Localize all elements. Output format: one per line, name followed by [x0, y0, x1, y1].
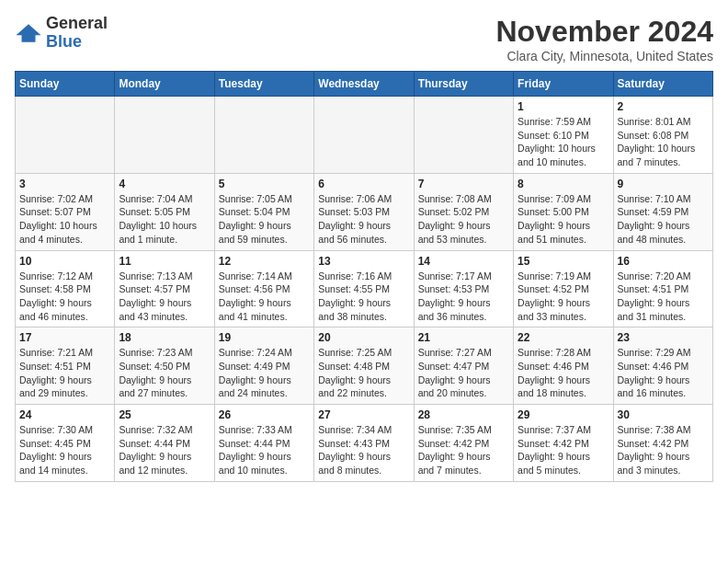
day-info: Sunrise: 7:29 AMSunset: 4:46 PMDaylight:…	[618, 346, 709, 400]
weekday-header-wednesday: Wednesday	[314, 72, 414, 97]
calendar-cell: 12Sunrise: 7:14 AMSunset: 4:56 PMDayligh…	[214, 250, 313, 327]
day-number: 12	[219, 255, 310, 268]
weekday-header-monday: Monday	[115, 72, 214, 97]
day-number: 20	[318, 331, 409, 344]
day-info: Sunrise: 7:37 AMSunset: 4:42 PMDaylight:…	[518, 423, 609, 477]
calendar-cell	[214, 97, 313, 174]
day-number: 13	[318, 255, 409, 268]
calendar-cell: 9Sunrise: 7:10 AMSunset: 4:59 PMDaylight…	[613, 173, 712, 250]
calendar-body: 1Sunrise: 7:59 AMSunset: 6:10 PMDaylight…	[16, 97, 713, 482]
weekday-header-saturday: Saturday	[613, 72, 712, 97]
svg-marker-0	[17, 24, 41, 42]
calendar-cell: 4Sunrise: 7:04 AMSunset: 5:05 PMDaylight…	[115, 173, 214, 250]
weekday-header-thursday: Thursday	[414, 72, 513, 97]
calendar-cell: 25Sunrise: 7:32 AMSunset: 4:44 PMDayligh…	[115, 405, 214, 482]
day-info: Sunrise: 7:20 AMSunset: 4:51 PMDaylight:…	[618, 270, 709, 324]
day-info: Sunrise: 7:05 AMSunset: 5:04 PMDaylight:…	[219, 192, 310, 247]
calendar-cell: 3Sunrise: 7:02 AMSunset: 5:07 PMDaylight…	[16, 173, 115, 250]
day-info: Sunrise: 7:59 AMSunset: 6:10 PMDaylight:…	[518, 115, 609, 169]
calendar-cell	[16, 97, 115, 174]
generalblue-icon	[15, 22, 42, 44]
day-info: Sunrise: 7:14 AMSunset: 4:56 PMDaylight:…	[219, 270, 310, 324]
weekday-header-friday: Friday	[514, 72, 613, 97]
day-info: Sunrise: 7:21 AMSunset: 4:51 PMDaylight:…	[19, 346, 110, 400]
day-info: Sunrise: 7:02 AMSunset: 5:07 PMDaylight:…	[19, 192, 110, 247]
calendar-cell: 1Sunrise: 7:59 AMSunset: 6:10 PMDaylight…	[514, 97, 613, 174]
weekday-header-row: SundayMondayTuesdayWednesdayThursdayFrid…	[16, 72, 713, 97]
day-info: Sunrise: 7:19 AMSunset: 4:52 PMDaylight:…	[518, 270, 609, 324]
day-number: 18	[119, 331, 210, 344]
day-number: 1	[518, 100, 609, 113]
month-title: November 2024	[495, 15, 713, 49]
weekday-header-sunday: Sunday	[16, 72, 115, 97]
day-number: 25	[119, 408, 210, 421]
day-number: 29	[518, 408, 609, 421]
weekday-header-tuesday: Tuesday	[214, 72, 313, 97]
calendar-week-5: 24Sunrise: 7:30 AMSunset: 4:45 PMDayligh…	[16, 405, 713, 482]
title-area: November 2024 Clara City, Minnesota, Uni…	[495, 15, 713, 63]
day-info: Sunrise: 7:38 AMSunset: 4:42 PMDaylight:…	[618, 423, 709, 477]
calendar-cell: 27Sunrise: 7:34 AMSunset: 4:43 PMDayligh…	[314, 405, 414, 482]
day-number: 11	[119, 255, 210, 268]
day-number: 28	[418, 408, 509, 421]
calendar-week-3: 10Sunrise: 7:12 AMSunset: 4:58 PMDayligh…	[16, 250, 713, 327]
calendar-cell: 28Sunrise: 7:35 AMSunset: 4:42 PMDayligh…	[414, 405, 513, 482]
day-number: 10	[19, 255, 110, 268]
day-number: 16	[618, 255, 709, 268]
day-info: Sunrise: 7:27 AMSunset: 4:47 PMDaylight:…	[418, 346, 509, 400]
day-info: Sunrise: 7:16 AMSunset: 4:55 PMDaylight:…	[318, 270, 409, 324]
calendar-cell: 2Sunrise: 8:01 AMSunset: 6:08 PMDaylight…	[613, 97, 712, 174]
day-info: Sunrise: 7:24 AMSunset: 4:49 PMDaylight:…	[219, 346, 310, 400]
logo-blue-text: Blue	[46, 32, 82, 51]
day-number: 8	[518, 178, 609, 190]
calendar-cell: 18Sunrise: 7:23 AMSunset: 4:50 PMDayligh…	[115, 327, 214, 405]
calendar-cell: 11Sunrise: 7:13 AMSunset: 4:57 PMDayligh…	[115, 250, 214, 327]
calendar-cell: 30Sunrise: 7:38 AMSunset: 4:42 PMDayligh…	[613, 405, 712, 482]
calendar-cell: 20Sunrise: 7:25 AMSunset: 4:48 PMDayligh…	[314, 327, 414, 405]
day-number: 2	[618, 100, 709, 113]
day-number: 23	[618, 331, 709, 344]
day-number: 30	[618, 408, 709, 421]
day-info: Sunrise: 8:01 AMSunset: 6:08 PMDaylight:…	[618, 115, 709, 169]
day-number: 7	[418, 178, 509, 190]
calendar-cell: 13Sunrise: 7:16 AMSunset: 4:55 PMDayligh…	[314, 250, 414, 327]
day-number: 21	[418, 331, 509, 344]
calendar-cell: 21Sunrise: 7:27 AMSunset: 4:47 PMDayligh…	[414, 327, 513, 405]
calendar-cell: 17Sunrise: 7:21 AMSunset: 4:51 PMDayligh…	[16, 327, 115, 405]
calendar-cell: 5Sunrise: 7:05 AMSunset: 5:04 PMDaylight…	[214, 173, 313, 250]
calendar-table: SundayMondayTuesdayWednesdayThursdayFrid…	[15, 71, 713, 482]
calendar-cell: 22Sunrise: 7:28 AMSunset: 4:46 PMDayligh…	[514, 327, 613, 405]
day-info: Sunrise: 7:13 AMSunset: 4:57 PMDaylight:…	[119, 270, 210, 324]
day-info: Sunrise: 7:04 AMSunset: 5:05 PMDaylight:…	[119, 192, 210, 247]
day-info: Sunrise: 7:33 AMSunset: 4:44 PMDaylight:…	[219, 423, 310, 477]
day-number: 15	[518, 255, 609, 268]
day-number: 6	[318, 178, 409, 190]
page-header: General Blue November 2024 Clara City, M…	[15, 15, 713, 63]
day-number: 27	[318, 408, 409, 421]
day-info: Sunrise: 7:17 AMSunset: 4:53 PMDaylight:…	[418, 270, 509, 324]
day-info: Sunrise: 7:09 AMSunset: 5:00 PMDaylight:…	[518, 192, 609, 247]
location-text: Clara City, Minnesota, United States	[495, 49, 713, 63]
calendar-cell: 6Sunrise: 7:06 AMSunset: 5:03 PMDaylight…	[314, 173, 414, 250]
calendar-cell: 8Sunrise: 7:09 AMSunset: 5:00 PMDaylight…	[514, 173, 613, 250]
calendar-cell	[314, 97, 414, 174]
calendar-cell: 29Sunrise: 7:37 AMSunset: 4:42 PMDayligh…	[514, 405, 613, 482]
day-info: Sunrise: 7:34 AMSunset: 4:43 PMDaylight:…	[318, 423, 409, 477]
day-number: 24	[19, 408, 110, 421]
day-info: Sunrise: 7:12 AMSunset: 4:58 PMDaylight:…	[19, 270, 110, 324]
calendar-cell: 15Sunrise: 7:19 AMSunset: 4:52 PMDayligh…	[514, 250, 613, 327]
calendar-cell: 23Sunrise: 7:29 AMSunset: 4:46 PMDayligh…	[613, 327, 712, 405]
day-info: Sunrise: 7:35 AMSunset: 4:42 PMDaylight:…	[418, 423, 509, 477]
calendar-week-4: 17Sunrise: 7:21 AMSunset: 4:51 PMDayligh…	[16, 327, 713, 405]
day-number: 5	[219, 178, 310, 190]
day-number: 26	[219, 408, 310, 421]
day-info: Sunrise: 7:08 AMSunset: 5:02 PMDaylight:…	[418, 192, 509, 247]
calendar-week-1: 1Sunrise: 7:59 AMSunset: 6:10 PMDaylight…	[16, 97, 713, 174]
day-info: Sunrise: 7:30 AMSunset: 4:45 PMDaylight:…	[19, 423, 110, 477]
day-info: Sunrise: 7:23 AMSunset: 4:50 PMDaylight:…	[119, 346, 210, 400]
logo: General Blue	[15, 15, 108, 52]
day-number: 9	[618, 178, 709, 190]
calendar-header: SundayMondayTuesdayWednesdayThursdayFrid…	[16, 72, 713, 97]
calendar-cell: 26Sunrise: 7:33 AMSunset: 4:44 PMDayligh…	[214, 405, 313, 482]
calendar-cell: 10Sunrise: 7:12 AMSunset: 4:58 PMDayligh…	[16, 250, 115, 327]
